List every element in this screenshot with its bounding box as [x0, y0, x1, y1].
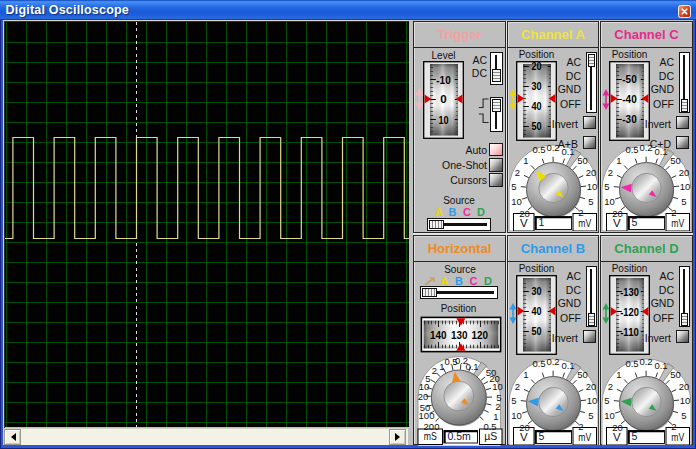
- svg-text:10: 10: [604, 196, 615, 207]
- svg-text:5: 5: [681, 410, 686, 421]
- svg-text:1: 1: [616, 155, 621, 166]
- svg-text:2: 2: [578, 207, 583, 218]
- svg-text:2: 2: [608, 381, 613, 392]
- svg-text:2: 2: [608, 167, 613, 178]
- svg-text:10: 10: [511, 410, 522, 421]
- svg-text:1: 1: [523, 369, 528, 380]
- svg-text:130: 130: [451, 328, 468, 340]
- svg-text:20: 20: [679, 381, 690, 392]
- svg-text:0: 0: [440, 93, 446, 105]
- svg-text:10: 10: [587, 395, 598, 406]
- svg-text:5: 5: [632, 430, 638, 442]
- svg-text:0.5: 0.5: [483, 421, 496, 432]
- svg-text:5: 5: [511, 395, 516, 406]
- svg-text:mV: mV: [578, 217, 591, 229]
- svg-text:20: 20: [612, 208, 623, 219]
- svg-text:100: 100: [419, 410, 435, 421]
- svg-text:5: 5: [588, 196, 593, 207]
- svg-text:0.2: 0.2: [546, 356, 559, 367]
- svg-text:200: 200: [424, 421, 440, 432]
- svg-text:10: 10: [438, 114, 448, 126]
- svg-text:2: 2: [515, 167, 520, 178]
- svg-text:1: 1: [616, 369, 621, 380]
- svg-text:50: 50: [670, 369, 681, 380]
- svg-text:20: 20: [612, 422, 623, 433]
- svg-text:20: 20: [679, 167, 690, 178]
- svg-text:mV: mV: [671, 431, 684, 443]
- svg-text:µS: µS: [484, 430, 497, 442]
- svg-text:10: 10: [511, 196, 522, 207]
- svg-text:20: 20: [586, 381, 597, 392]
- svg-text:20: 20: [519, 422, 530, 433]
- svg-text:mV: mV: [671, 217, 684, 229]
- svg-text:2: 2: [515, 381, 520, 392]
- svg-text:0.1: 0.1: [561, 360, 574, 371]
- svg-text:50: 50: [670, 155, 681, 166]
- svg-text:2: 2: [578, 421, 583, 432]
- svg-text:20: 20: [418, 391, 429, 402]
- svg-text:5: 5: [632, 216, 638, 228]
- svg-text:mV: mV: [578, 431, 591, 443]
- svg-text:5: 5: [604, 181, 609, 192]
- svg-text:0.1: 0.1: [465, 361, 478, 372]
- svg-text:20: 20: [586, 167, 597, 178]
- svg-text:50: 50: [577, 369, 588, 380]
- svg-text:0.5: 0.5: [625, 358, 638, 369]
- svg-text:0.5: 0.5: [532, 358, 545, 369]
- svg-text:5: 5: [681, 196, 686, 207]
- svg-text:0.2: 0.2: [639, 356, 652, 367]
- svg-text:10: 10: [604, 410, 615, 421]
- svg-text:2: 2: [432, 365, 437, 376]
- svg-text:5: 5: [511, 181, 516, 192]
- svg-text:2: 2: [671, 207, 676, 218]
- svg-text:5: 5: [588, 410, 593, 421]
- svg-text:140: 140: [430, 328, 447, 340]
- svg-text:1: 1: [539, 216, 545, 228]
- svg-text:10: 10: [680, 395, 691, 406]
- svg-text:0.5m: 0.5m: [447, 430, 471, 442]
- svg-text:5: 5: [539, 430, 545, 442]
- svg-text:2: 2: [671, 421, 676, 432]
- svg-text:20: 20: [519, 208, 530, 219]
- svg-text:10: 10: [680, 181, 691, 192]
- svg-text:10: 10: [492, 381, 503, 392]
- svg-text:120: 120: [471, 328, 488, 340]
- svg-text:5: 5: [604, 395, 609, 406]
- svg-text:50: 50: [577, 155, 588, 166]
- svg-text:mS: mS: [424, 430, 437, 442]
- svg-text:0.1: 0.1: [654, 360, 667, 371]
- svg-text:1: 1: [523, 155, 528, 166]
- svg-text:10: 10: [587, 181, 598, 192]
- svg-text:1: 1: [439, 361, 444, 372]
